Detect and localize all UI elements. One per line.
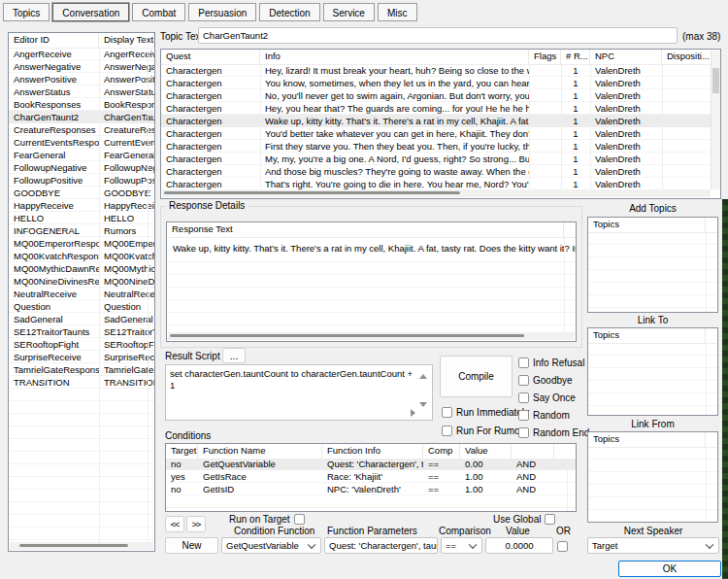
topic-text-field[interactable]: CharGenTaunt2: [198, 27, 678, 44]
editor-list-row[interactable]: HELLOHELLO: [9, 212, 154, 224]
column-header[interactable]: Target: [166, 444, 198, 459]
column-header[interactable]: NPC: [590, 50, 662, 64]
checkbox-icon[interactable]: [442, 426, 452, 436]
response-text-list[interactable]: Response Text Wake up, kitty kitty. That…: [166, 221, 577, 342]
conditions-table[interactable]: TargetFunction NameFunction InfoCompValu…: [165, 443, 577, 512]
comparison-combobox[interactable]: ==: [441, 537, 482, 554]
new-condition-button[interactable]: New: [165, 537, 218, 554]
editor-list-row[interactable]: SurpriseReceiveSurpriseReceive: [9, 351, 154, 363]
column-header[interactable]: [512, 444, 554, 459]
editor-list-hscrollbar[interactable]: [10, 542, 153, 550]
column-header[interactable]: Comp: [423, 444, 460, 459]
editor-list-row[interactable]: MQ00MythicDawnRes...MQ00MythicDawnRespon…: [9, 262, 154, 275]
info-table-row[interactable]: CharactergenYou know, sometimes, when th…: [161, 77, 711, 89]
condition-function-combobox[interactable]: GetQuestVariable: [221, 537, 321, 554]
run-immediately-checkbox[interactable]: Run Immediately: [442, 406, 529, 419]
info-table[interactable]: QuestInfoFlags# R...NPCDispositi... Char…: [160, 49, 721, 199]
editor-list-row[interactable]: TamrielGateResponsesTamrielGateResponses: [9, 363, 154, 376]
topics-column[interactable]: Topics: [588, 218, 706, 232]
use-global-checkbox[interactable]: Use Global: [493, 513, 555, 526]
function-parameters-field[interactable]: Quest: 'Charactergen', tauntCoun: [324, 537, 438, 554]
editor-id-list[interactable]: Editor IDDisplay Text AngerReceiveAngerR…: [8, 32, 155, 552]
goodbye-checkbox[interactable]: Goodbye: [518, 374, 573, 387]
editor-list-row[interactable]: CurrentEventsRespon...CurrentEventsRespo…: [9, 136, 154, 149]
column-header[interactable]: Value: [460, 444, 512, 459]
editor-list-row[interactable]: NeutralReceiveNeutralReceive: [9, 288, 154, 300]
editor-list-row[interactable]: FollowupNegativeFollowupNegative: [9, 161, 154, 174]
run-for-rumors-checkbox[interactable]: Run For Rumors: [442, 425, 528, 437]
response-text-value[interactable]: Wake up, kitty kitty. That's it. There's…: [167, 237, 576, 254]
editor-list-row[interactable]: SE12TraitorTauntsSE12TraitorTaunts: [9, 325, 154, 338]
compile-button[interactable]: Compile: [440, 356, 513, 397]
editor-list-row[interactable]: MQ00KvatchResponseMQ00KvatchResponse: [9, 250, 154, 262]
or-checkbox[interactable]: [557, 540, 568, 553]
info-table-row[interactable]: CharactergenAnd those big muscles? They'…: [161, 165, 711, 178]
editor-list-row[interactable]: SERooftopFightSERooftopFight: [9, 338, 154, 351]
info-table-vscrollbar[interactable]: [711, 51, 720, 189]
scroll-right-icon[interactable]: [411, 409, 415, 417]
scrollbar-thumb[interactable]: [712, 68, 719, 93]
editor-list-row[interactable]: GOODBYEGOODBYE: [9, 187, 154, 199]
topics-column[interactable]: Topics: [588, 432, 706, 447]
say-once-checkbox[interactable]: Say Once: [518, 392, 576, 404]
condition-prev-button[interactable]: <<: [165, 516, 184, 532]
editor-list-row[interactable]: AnswerPositiveAnswerPositive: [9, 73, 154, 85]
scroll-up-icon[interactable]: [419, 374, 427, 379]
tab-persuasion[interactable]: Persuasion: [188, 3, 256, 21]
ok-button[interactable]: OK: [618, 561, 721, 577]
checkbox-icon[interactable]: [518, 392, 529, 403]
column-header[interactable]: Function Info: [322, 444, 423, 459]
scroll-down-icon[interactable]: [419, 402, 427, 407]
add-topics-list[interactable]: Topics: [587, 217, 718, 313]
info-table-row[interactable]: CharactergenHey, you hear that? The guar…: [161, 102, 711, 115]
editor-list-row[interactable]: MQ00EmperorResponseMQ00EmperorResponse: [9, 237, 154, 250]
result-script-textarea[interactable]: set characterGen.tauntCount to character…: [165, 364, 433, 421]
info-table-hscrollbar[interactable]: [162, 189, 711, 197]
checkbox-icon[interactable]: [442, 407, 452, 418]
condition-next-button[interactable]: >>: [186, 516, 206, 532]
random-end-checkbox[interactable]: Random End: [518, 426, 589, 439]
editor-list-row[interactable]: AnswerStatusAnswerStatus: [9, 85, 154, 98]
scrollbar-thumb[interactable]: [170, 334, 524, 337]
editor-list-row[interactable]: FollowupPositiveFollowupPositive: [9, 174, 154, 187]
run-on-target-checkbox[interactable]: Run on Target: [229, 513, 305, 526]
column-header[interactable]: # R...: [561, 50, 590, 64]
editor-list-row[interactable]: AnswerNegativeAnswerNegative: [9, 60, 154, 73]
topics-column[interactable]: Topics: [588, 328, 706, 343]
editor-list-row[interactable]: INFOGENERALRumors: [9, 224, 154, 237]
script-browse-button[interactable]: ...: [222, 348, 246, 363]
info-table-row[interactable]: CharactergenNo, you'll never get to swim…: [161, 89, 711, 102]
checkbox-icon[interactable]: [545, 514, 555, 525]
tab-combat[interactable]: Combat: [132, 3, 185, 21]
scrollbar-thumb[interactable]: [19, 544, 128, 547]
column-header[interactable]: Flags: [529, 50, 561, 64]
condition-value-field[interactable]: 0.0000: [485, 537, 553, 554]
link-from-list[interactable]: Topics: [587, 431, 718, 523]
checkbox-icon[interactable]: [294, 514, 305, 525]
column-header[interactable]: Quest: [161, 50, 260, 64]
link-to-list[interactable]: Topics: [587, 327, 718, 416]
tab-conversation[interactable]: Conversation: [52, 3, 129, 21]
scrollbar-thumb[interactable]: [164, 191, 460, 194]
info-table-row[interactable]: CharactergenHey, lizard! It must break y…: [161, 64, 711, 77]
editor-list-row[interactable]: SadGeneralSadGeneral: [9, 313, 154, 325]
info-table-row[interactable]: CharactergenMy, my, you're a big one. A …: [161, 153, 711, 165]
column-header[interactable]: Display Text: [99, 33, 154, 48]
checkbox-icon[interactable]: [518, 410, 529, 421]
next-speaker-combobox[interactable]: Target: [587, 537, 719, 554]
checkbox-icon[interactable]: [518, 375, 529, 386]
editor-list-row[interactable]: HappyReceiveHappyReceive: [9, 199, 154, 212]
editor-list-row[interactable]: MQ00NineDivinesRes...MQ00NineDivinesResp…: [9, 275, 154, 288]
info-table-row[interactable]: CharactergenFirst they starve you. Then …: [161, 140, 711, 153]
info-table-row[interactable]: CharactergenYou'd better take whatever y…: [161, 127, 711, 140]
column-header[interactable]: Editor ID: [9, 33, 99, 48]
checkbox-icon[interactable]: [557, 541, 568, 552]
info-refusal-checkbox[interactable]: Info Refusal: [518, 357, 584, 369]
tab-service[interactable]: Service: [323, 3, 375, 21]
editor-list-row[interactable]: CharGenTaunt2CharGenTaunt2: [9, 111, 154, 123]
column-header[interactable]: Function Name: [198, 444, 322, 459]
random-checkbox[interactable]: Random: [518, 409, 570, 422]
condition-row[interactable]: noGetIsIDNPC: 'ValenDreth'==1.00AND: [166, 483, 576, 495]
tab-topics[interactable]: Topics: [3, 3, 50, 21]
editor-list-row[interactable]: BookResponsesBookResponses: [9, 98, 154, 111]
